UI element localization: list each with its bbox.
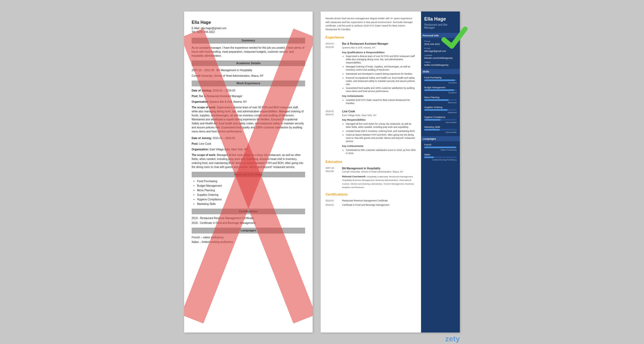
list-item: Menu Planning <box>197 189 305 192</box>
exp-content-2: Line Cook East Village Eats, New York, N… <box>342 110 416 156</box>
sidebar-subtitle: Restaurant and Bar Manager <box>424 23 457 29</box>
left-lang-1: French – native proficiency <box>192 236 305 239</box>
skill-bar-item: Food PurchasingExcellent <box>424 76 457 84</box>
sidebar-twitter-label: Twitter <box>424 61 457 63</box>
list-item: Hygiene Compliance <box>197 198 305 201</box>
list-item: Supplies Ordering <box>197 193 305 197</box>
lang-bar-item: ItalianLimited Working Proficiency <box>424 153 457 161</box>
sidebar-phone: (929) 444-3322 <box>424 43 457 45</box>
left-skills-header: Hard and Soft Skills <box>192 172 305 177</box>
left-lang-header: Languages <box>192 228 305 233</box>
list-item: Managed ordering of foods, supplies, and… <box>346 65 416 72</box>
left-cert-header: Certifications <box>192 209 305 214</box>
skill-bar-item: Budget ManagementExcellent <box>424 86 457 94</box>
left-cert-2: 2018 - Certificate in Food and Beverage … <box>192 221 305 225</box>
left-lang-2: Italian – limited working proficiency <box>192 240 305 244</box>
list-item: Acted as liaison between FOH and BOH, of… <box>346 133 416 143</box>
list-item: Supervised a diverse team of over 50 FOH… <box>346 55 416 64</box>
exp-bullets-1: Supervised a diverse team of over 50 FOH… <box>342 55 416 93</box>
edu-date-1: 2007-10 - 2012-05 <box>325 167 339 189</box>
left-skills-list: Food Purchasing Budget Management Menu P… <box>192 179 305 206</box>
skill-bar-item: Menu PlanningAdvanced <box>424 96 457 104</box>
lang-bar-item: FrenchNative Proficiency <box>424 143 457 151</box>
exp-date-1: 2016-01 - 2019-03 <box>325 42 339 106</box>
zety-watermark: zety <box>445 335 460 343</box>
exp-date-2: 2015-01 2019-01 <box>325 110 339 156</box>
right-summary: Results-driven food service management d… <box>325 17 416 31</box>
exp-achievements-1: Awarded 2018 NYC Eater Award for Best As… <box>342 99 416 105</box>
sidebar-linkedin-label: Linkedin <box>424 54 457 56</box>
list-item: Managed all line cook duties for a busy … <box>346 123 416 129</box>
right-sidebar: Ella Hage Restaurant and Bar Manager Per… <box>421 12 460 332</box>
exp-entry-2: 2015-01 2019-01 Line Cook East Village E… <box>325 110 416 156</box>
list-item: Contributed to 99% customer satisfaction… <box>346 149 416 155</box>
right-resume-wrapper: Results-driven food service management d… <box>321 12 460 332</box>
left-summary-header: Summary <box>192 38 305 43</box>
skills-bars: Food PurchasingExcellentBudget Managemen… <box>424 76 457 133</box>
left-academic-header: Academic Details <box>192 60 305 66</box>
list-item: Assisted head chef in inventory, orderin… <box>346 130 416 133</box>
list-item: Food Purchasing <box>197 179 305 183</box>
left-work-entry-1: Date of Joining: 2016-01 – 2019-03 Post:… <box>192 89 305 133</box>
exp-achievements-2: Contributed to 99% customer satisfaction… <box>342 149 416 155</box>
cert-right-2: 2018-01 Certificate in Food and Beverage… <box>325 204 416 207</box>
left-academic-entry: 2007-10 – 2012-05 · BA Management in Hos… <box>192 68 305 72</box>
right-certs-title: Certifications <box>325 192 416 197</box>
list-item: Guaranteed food quality and 100% custome… <box>346 87 416 93</box>
exp-content-1: Bar & Restaurant Assistant Manager Queen… <box>342 42 416 106</box>
left-name: Ella Hage <box>192 20 305 25</box>
list-item: Budget Management <box>197 184 305 188</box>
left-work-header: Work Experience <box>192 81 305 86</box>
sidebar-email-label: E-mail <box>424 47 457 49</box>
right-experience-title: Experience <box>325 35 416 40</box>
left-work-entry-2: Date of Joining: 2015-01 – 2016-01 Post:… <box>192 136 305 169</box>
left-summary-text: As an assistant manager, I have the expe… <box>192 46 305 58</box>
sidebar-name: Ella Hage <box>424 16 457 22</box>
right-education-title: Education <box>325 159 416 164</box>
sidebar-email: ella.hage@gmail.com <box>424 50 457 52</box>
cert-right-1: 2019-01 Restaurant Revenue Management Ce… <box>325 199 416 202</box>
left-resume: Ella Hage E-Mail: ella.hage@gmail.com Te… <box>184 12 313 332</box>
skill-bar-item: Hygiene ComplianceIntermediate <box>424 116 457 124</box>
left-email: E-Mail: ella.hage@gmail.com Tel: (929) 4… <box>192 26 305 34</box>
edu-entry-1: 2007-10 - 2012-05 BA Management in Hospi… <box>325 167 416 189</box>
sidebar-phone-label: Phone <box>424 40 457 43</box>
exp-entry-1: 2016-01 - 2019-03 Bar & Restaurant Assis… <box>325 42 416 106</box>
right-resume-main: Results-driven food service management d… <box>321 12 421 332</box>
list-item: Maintained and developed a superb dining… <box>346 72 416 76</box>
sidebar-skills-title: Skills <box>421 69 460 74</box>
list-item: Awarded 2018 NYC Eater Award for Best As… <box>346 99 416 105</box>
main-container: Ella Hage E-Mail: ella.hage@gmail.com Te… <box>184 12 460 332</box>
exp-bullets-2: Managed all line cook duties for a busy … <box>342 123 416 143</box>
skill-bar-item: Marketing SkillsIntermediate <box>424 126 457 133</box>
sidebar-twitter: twitter.com/ellahagezety <box>424 64 457 66</box>
sidebar-linkedin: linkedin.com/in/ellahagezety <box>424 57 457 59</box>
sidebar-languages-title: Languages <box>421 136 460 141</box>
left-cert-1: 2019 - Restaurant Revenue Management Cer… <box>192 216 305 220</box>
skill-bar-item: Supplies OrderingAdvanced <box>424 106 457 114</box>
list-item: Marketing Skills <box>197 202 305 206</box>
sidebar-personal-info-title: Personal Info <box>421 33 460 38</box>
edu-content-1: BA Management in Hospitality Cornell Uni… <box>342 167 416 189</box>
list-item: Ensured Occupational Safety and Health A… <box>346 77 416 86</box>
language-bars: FrenchNative ProficiencyItalianLimited W… <box>424 143 457 161</box>
left-academic-school: Cornell University, School of Hotel Admi… <box>192 74 305 78</box>
